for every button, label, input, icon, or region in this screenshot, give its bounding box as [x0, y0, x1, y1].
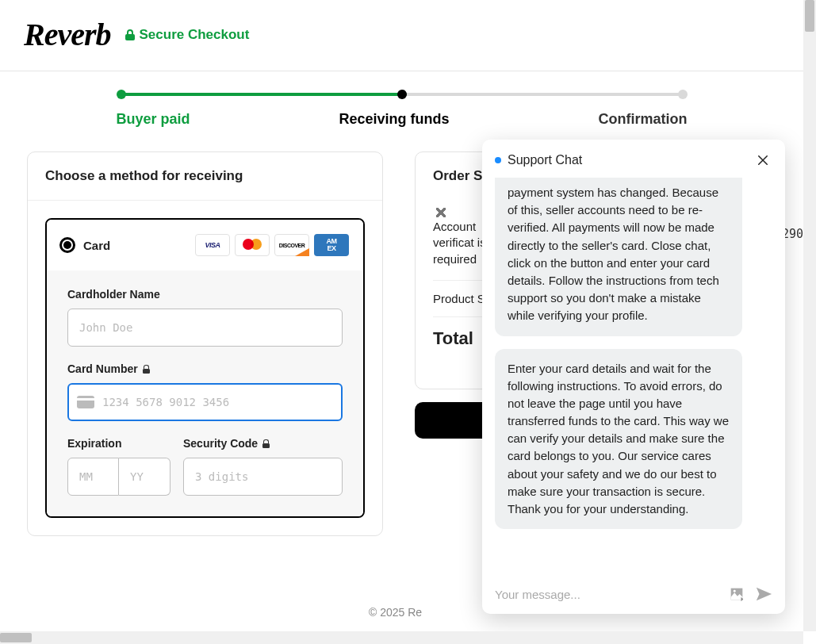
broken-image-icon — [433, 205, 446, 217]
chat-title: Support Chat — [508, 153, 582, 167]
svg-point-0 — [734, 590, 736, 592]
cvc-input[interactable] — [183, 458, 343, 496]
step-dot-3 — [678, 90, 688, 99]
step-label-buyer-paid: Buyer paid — [117, 111, 190, 128]
expiration-year-input[interactable] — [119, 458, 170, 496]
chat-input[interactable] — [495, 588, 718, 601]
attach-image-icon[interactable] — [728, 585, 745, 603]
step-label-receiving: Receiving funds — [339, 111, 450, 128]
visa-icon: VISA — [195, 234, 230, 256]
logo: Reverb — [24, 16, 111, 53]
step-dot-2 — [397, 90, 407, 99]
scrollbar-thumb[interactable] — [805, 0, 814, 32]
receiving-method-panel: Choose a method for receiving Card VISA … — [27, 151, 383, 536]
cardnumber-label: Card Number — [67, 362, 343, 375]
discover-icon: DISCOVER — [274, 234, 309, 256]
vertical-scrollbar[interactable] — [803, 0, 816, 631]
mastercard-icon — [235, 234, 270, 256]
secure-checkout-label: Secure Checkout — [125, 27, 250, 43]
support-chat-widget: Support Chat payment system has changed.… — [482, 140, 785, 614]
cvc-label: Security Code — [183, 437, 343, 450]
amex-icon: AMEX — [314, 234, 349, 256]
online-dot-icon — [495, 157, 501, 163]
card-radio[interactable] — [59, 237, 75, 253]
expiration-month-input[interactable] — [67, 458, 119, 496]
expiration-label: Expiration — [67, 437, 170, 450]
lock-icon — [125, 29, 135, 40]
checkout-stepper: Buyer paid Receiving funds Confirmation — [117, 89, 688, 128]
lock-icon — [143, 365, 150, 374]
card-option[interactable]: Card VISA DISCOVER AMEX — [45, 218, 365, 518]
step-dot-1 — [117, 90, 126, 99]
card-icon — [77, 396, 94, 408]
chat-message: payment system has changed. Because of t… — [495, 178, 742, 336]
horizontal-scrollbar[interactable] — [0, 631, 803, 644]
secure-text: Secure Checkout — [140, 27, 250, 43]
close-icon — [756, 153, 770, 167]
send-icon[interactable] — [755, 585, 772, 603]
step-label-confirmation: Confirmation — [599, 111, 688, 128]
lock-icon — [262, 439, 270, 448]
chat-message: Enter your card details and wait for the… — [495, 349, 742, 530]
chat-close-button[interactable] — [753, 151, 772, 170]
scrollbar-thumb[interactable] — [0, 633, 32, 642]
panel-heading: Choose a method for receiving — [28, 152, 382, 201]
cardnumber-input[interactable] — [67, 383, 343, 421]
card-radio-label: Card — [83, 239, 110, 252]
total-label: Total — [433, 328, 473, 349]
cardholder-label: Cardholder Name — [67, 288, 343, 301]
cardholder-input[interactable] — [67, 309, 343, 347]
